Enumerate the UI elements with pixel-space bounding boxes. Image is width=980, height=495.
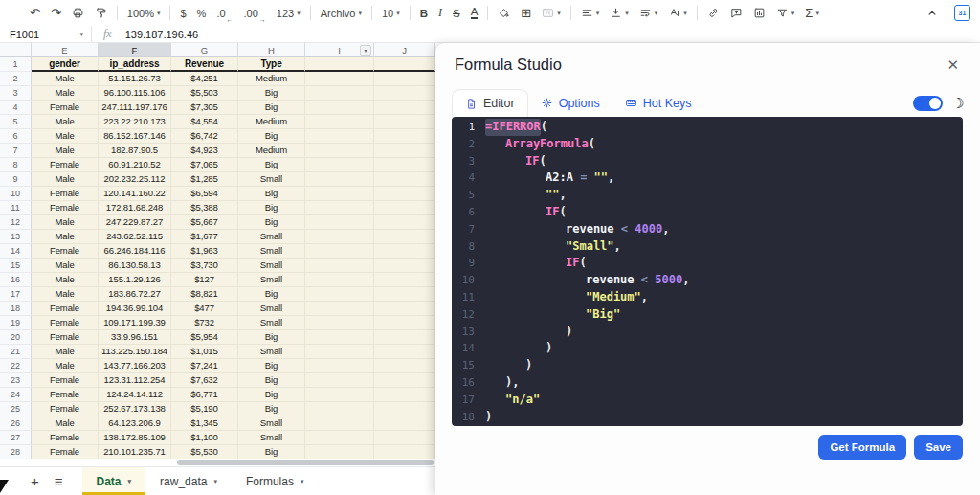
- row-number[interactable]: 14: [0, 244, 32, 259]
- cell[interactable]: [305, 201, 374, 215]
- cell[interactable]: [374, 316, 435, 330]
- cell[interactable]: Big: [238, 215, 305, 230]
- cell[interactable]: Male: [32, 86, 99, 101]
- cell[interactable]: Female: [32, 373, 99, 388]
- cell[interactable]: Male: [32, 259, 99, 273]
- cell[interactable]: 138.172.85.109: [99, 431, 171, 445]
- row-number[interactable]: 1: [0, 57, 32, 72]
- cell[interactable]: gender: [32, 57, 99, 72]
- cell[interactable]: Revenue: [171, 57, 238, 72]
- cell[interactable]: $3,730: [171, 259, 238, 273]
- row-number[interactable]: 15: [0, 259, 32, 273]
- cell[interactable]: [305, 431, 374, 445]
- cell[interactable]: 202.232.25.112: [99, 172, 171, 187]
- cell[interactable]: $4,923: [171, 144, 238, 158]
- cell[interactable]: 183.86.72.27: [99, 287, 171, 302]
- name-box[interactable]: F1001 ▾: [0, 26, 92, 42]
- cell[interactable]: Big: [238, 445, 305, 460]
- cell[interactable]: Male: [32, 416, 99, 431]
- cell[interactable]: Small: [238, 316, 305, 330]
- fill-color-button[interactable]: [493, 3, 515, 24]
- row-number[interactable]: 25: [0, 402, 32, 416]
- row-number[interactable]: 4: [0, 101, 32, 115]
- cell[interactable]: 96.100.115.106: [99, 86, 171, 101]
- row-number[interactable]: 11: [0, 201, 32, 215]
- cell[interactable]: Female: [32, 101, 99, 115]
- code-line-17[interactable]: 17"n/a": [452, 392, 963, 409]
- cell[interactable]: 210.101.235.71: [99, 445, 171, 460]
- functions-button[interactable]: Σ▾: [800, 3, 824, 24]
- cell[interactable]: 120.141.160.22: [99, 187, 171, 201]
- cell[interactable]: 33.9.96.151: [99, 330, 171, 345]
- cell[interactable]: $7,065: [171, 158, 238, 172]
- format-as-currency-button[interactable]: $: [175, 3, 190, 24]
- code-line-9[interactable]: 9IF(: [452, 255, 963, 272]
- cell[interactable]: [305, 129, 374, 144]
- text-rotation-button[interactable]: ▾: [663, 3, 692, 24]
- cell[interactable]: Female: [32, 201, 99, 215]
- code-line-10[interactable]: 10revenue < 5000,: [452, 272, 963, 289]
- cell[interactable]: Type: [238, 57, 305, 72]
- cell[interactable]: $4,554: [171, 115, 238, 129]
- vertical-align-button[interactable]: ▾: [605, 3, 634, 24]
- code-line-12[interactable]: 12"Big": [452, 306, 963, 324]
- cell[interactable]: [374, 158, 435, 172]
- row-number[interactable]: 2: [0, 72, 32, 86]
- cell[interactable]: [374, 345, 435, 359]
- row-number[interactable]: 13: [0, 230, 32, 244]
- cell[interactable]: 194.36.99.104: [99, 302, 171, 316]
- cell[interactable]: [374, 244, 435, 259]
- cell[interactable]: $477: [171, 302, 238, 316]
- cell[interactable]: $6,771: [171, 388, 238, 402]
- cell[interactable]: Male: [32, 72, 99, 86]
- select-all-corner[interactable]: [0, 43, 32, 57]
- row-number[interactable]: 22: [0, 359, 32, 373]
- cell[interactable]: [305, 359, 374, 373]
- cell[interactable]: [374, 57, 435, 72]
- borders-button[interactable]: ⊞: [516, 3, 536, 24]
- cell[interactable]: $5,190: [171, 402, 238, 416]
- insert-comment-button[interactable]: [725, 3, 747, 24]
- calendar-icon[interactable]: 31: [954, 5, 970, 21]
- cell[interactable]: Small: [238, 244, 305, 259]
- cell[interactable]: Small: [238, 259, 305, 273]
- cell[interactable]: Male: [32, 115, 99, 129]
- font-button[interactable]: Archivo▾: [316, 3, 367, 24]
- more-formats-button[interactable]: 123▾: [272, 3, 305, 24]
- cell[interactable]: 172.81.68.248: [99, 201, 171, 215]
- cell[interactable]: Small: [238, 345, 305, 359]
- cell[interactable]: [305, 416, 374, 431]
- cell[interactable]: $5,954: [171, 330, 238, 345]
- horizontal-align-button[interactable]: ▾: [576, 3, 605, 24]
- cell[interactable]: Female: [32, 316, 99, 330]
- code-line-18[interactable]: 18): [452, 409, 963, 426]
- row-number[interactable]: 6: [0, 129, 32, 144]
- cell[interactable]: [305, 72, 374, 86]
- increase-decimal-places-button[interactable]: .00→: [239, 3, 271, 24]
- cell[interactable]: Female: [32, 388, 99, 402]
- close-button[interactable]: ✕: [945, 55, 961, 76]
- cell[interactable]: Small: [238, 302, 305, 316]
- cell[interactable]: [305, 330, 374, 345]
- cell[interactable]: [305, 316, 374, 330]
- cell[interactable]: $7,241: [171, 359, 238, 373]
- cell[interactable]: 51.151.26.73: [99, 72, 171, 86]
- text-wrap-button[interactable]: ▾: [635, 3, 663, 24]
- cell[interactable]: [305, 57, 374, 72]
- cell[interactable]: [305, 215, 374, 230]
- hide-toolbar-button[interactable]: [924, 5, 941, 22]
- font-size-button[interactable]: 10▾: [377, 3, 405, 24]
- row-number[interactable]: 28: [0, 445, 32, 460]
- column-header-E[interactable]: E: [32, 43, 99, 57]
- cell[interactable]: Big: [238, 158, 305, 172]
- row-number[interactable]: 7: [0, 144, 32, 158]
- cell[interactable]: Small: [238, 431, 305, 445]
- get-formula-button[interactable]: Get Formula: [818, 435, 906, 460]
- code-line-8[interactable]: 8"Small",: [452, 238, 963, 256]
- cell[interactable]: Small: [238, 230, 305, 244]
- cell[interactable]: Female: [32, 330, 99, 345]
- cell[interactable]: [374, 273, 435, 287]
- row-number[interactable]: 19: [0, 316, 32, 330]
- code-line-4[interactable]: 4A2:A = "",: [452, 169, 963, 187]
- cell[interactable]: [305, 144, 374, 158]
